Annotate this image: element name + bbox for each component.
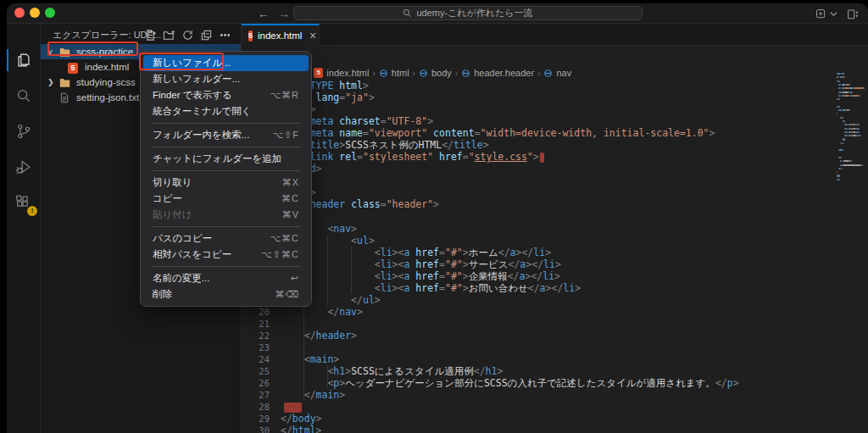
more-actions-icon[interactable] <box>217 27 232 42</box>
minimap-line <box>844 87 849 89</box>
menu-item-shortcut: ⌥⌘R <box>270 90 299 101</box>
menu-item-find-in-folder[interactable]: フォルダー内を検索...⌥⇧F <box>143 127 309 143</box>
menu-item-label: Finder で表示する <box>153 89 232 102</box>
symbol-element-icon <box>461 69 470 78</box>
breadcrumb-item-header-header[interactable]: header.header <box>461 68 534 78</box>
menu-item-label: チャットにフォルダーを追加 <box>153 153 281 165</box>
breadcrumb-item-index-html[interactable]: 5index.html <box>314 68 369 78</box>
code-line: 27 </main> <box>242 389 868 401</box>
menu-item-open-in-terminal[interactable]: 統合ターミナルで開く <box>143 103 309 119</box>
code-line: 30</html> <box>242 425 868 433</box>
code-line: 8</head> <box>242 163 868 175</box>
customize-layout-icon[interactable] <box>846 8 860 20</box>
minimap-line <box>854 87 865 89</box>
tab-index-html[interactable]: 5 index.html ✕ <box>242 24 320 46</box>
minimap-line <box>843 92 849 93</box>
zoom-window-button[interactable] <box>45 8 55 18</box>
code-text <box>281 401 302 413</box>
new-file-icon[interactable] <box>142 27 158 42</box>
minimap-line <box>851 160 852 162</box>
search-icon[interactable] <box>14 86 34 106</box>
tree-item-label: index.html <box>85 62 129 72</box>
minimap-line <box>844 120 845 122</box>
code-area[interactable]: 1<!DOCTYPE html>2<html lang="ja">3<head>… <box>242 80 868 433</box>
menu-item-shortcut: ⌘C <box>281 193 299 204</box>
forward-arrow-icon[interactable]: → <box>278 4 290 23</box>
extensions-icon[interactable]: ! <box>14 192 34 213</box>
minimap[interactable] <box>837 73 865 192</box>
git-branch-icon[interactable] <box>14 121 34 142</box>
minimap-line <box>847 135 848 136</box>
menu-item-reveal-in-finder[interactable]: Finder で表示する⌥⌘R <box>143 87 309 103</box>
menu-item-shortcut: ⌥⇧⌘C <box>261 249 299 260</box>
menu-item-add-folder-to-chat[interactable]: チャットにフォルダーを追加 <box>143 151 309 167</box>
line-number: 30 <box>242 425 276 433</box>
collapse-all-icon[interactable] <box>198 27 214 42</box>
minimap-line <box>859 131 860 133</box>
minimize-window-button[interactable] <box>30 8 40 18</box>
menu-item-copy-path[interactable]: パスのコピー⌥⌘C <box>143 230 309 247</box>
code-text: </header> <box>281 330 357 341</box>
menu-item-shortcut: ⌥⇧F <box>272 130 299 141</box>
files-icon[interactable] <box>14 50 34 70</box>
breadcrumb-label: body <box>431 68 452 78</box>
indent-guide <box>327 365 328 389</box>
code-line: 2<html lang="ja"> <box>242 92 868 103</box>
code-line: 3<head> <box>242 103 868 115</box>
line-number: 26 <box>242 377 276 389</box>
code-line: 14 <ul> <box>242 235 868 247</box>
close-icon[interactable]: ✕ <box>309 31 316 42</box>
tree-item-label: studying-scss <box>76 77 136 87</box>
line-number: 20 <box>242 306 276 318</box>
minimap-line <box>849 109 850 111</box>
code-text: <li><a href="#">お問い合わせ</a></li> <box>281 282 581 294</box>
menu-item-rename[interactable]: 名前の変更...↩ <box>143 270 309 286</box>
menu-item-delete[interactable]: 削除⌘⌫ <box>143 286 309 303</box>
chevron-down-icon[interactable] <box>830 11 837 17</box>
code-text: <meta name="viewport" content="width=dev… <box>281 127 715 139</box>
code-line: 26 <p>ヘッダーナビゲーション部分にSCSSの入れ子で記述したスタイルが適用… <box>242 377 868 389</box>
minimap-line <box>847 124 848 125</box>
breadcrumb-item-html[interactable]: html <box>379 68 409 78</box>
menu-item-new-folder[interactable]: 新しいフォルダー... <box>143 71 309 87</box>
menu-item-copy-relative-path[interactable]: 相対パスをコピー⌥⇧⌘C <box>143 247 309 263</box>
code-text: <li><a href="#">サービス</a></li> <box>281 258 561 270</box>
minimap-line <box>862 164 863 166</box>
back-arrow-icon[interactable]: ← <box>258 4 270 23</box>
symbol-element-icon <box>419 69 428 78</box>
minimap-line <box>852 92 853 93</box>
code-line: 12 <box>242 211 868 223</box>
minimap-line <box>839 109 842 111</box>
code-line: 17 <li><a href="#">企業情報</a></li> <box>242 270 868 282</box>
code-line: 7 <link rel="stylesheet" href="style.css… <box>242 151 868 163</box>
code-line: 22 </header> <box>242 330 868 341</box>
menu-item-copy[interactable]: コピー⌘C <box>143 191 309 207</box>
code-line: 21 <box>242 318 868 330</box>
code-text: <main> <box>281 353 339 365</box>
minimap-line <box>839 175 840 176</box>
breadcrumb-item-body[interactable]: body <box>419 68 452 78</box>
minimap-line <box>843 73 844 75</box>
code-line: 11 <header class="header"> <box>242 198 868 210</box>
code-line: 15 <li><a href="#">ホーム</a></li> <box>242 247 868 258</box>
breadcrumb-item-nav[interactable]: nav <box>543 68 571 78</box>
menu-item-cut[interactable]: 切り取り⌘X <box>143 175 309 191</box>
warning-badge: ! <box>27 206 37 216</box>
menu-item-paste[interactable]: 貼り付け⌘V <box>143 207 309 223</box>
indent-guide <box>327 235 328 306</box>
chat-add-icon[interactable] <box>815 8 827 20</box>
minimap-line <box>837 73 841 75</box>
line-number: 24 <box>242 353 276 365</box>
refresh-icon[interactable] <box>180 27 195 42</box>
minimap-line <box>839 106 840 108</box>
command-center-search[interactable]: udemy-これが作れたら一流 <box>293 6 643 20</box>
close-window-button[interactable] <box>14 8 25 18</box>
debug-icon[interactable] <box>14 157 34 177</box>
line-number: 29 <box>242 413 276 425</box>
annotation-scss-practice <box>47 42 138 56</box>
minimap-line <box>839 179 840 180</box>
new-folder-icon[interactable] <box>161 27 176 42</box>
breadcrumb-label: index.html <box>326 68 369 78</box>
chevron-right-icon[interactable]: ❯ <box>47 78 58 86</box>
code-line: 19 </ul> <box>242 294 868 306</box>
